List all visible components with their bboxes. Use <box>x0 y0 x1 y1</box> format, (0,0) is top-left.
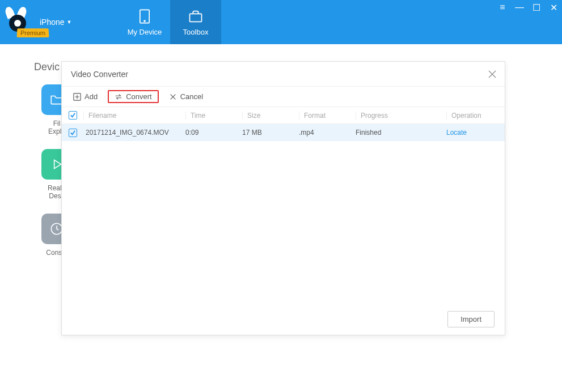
cell-filename: 20171214_IMG_0674.MOV <box>83 129 185 137</box>
tab-toolbox[interactable]: Toolbox <box>170 0 221 44</box>
col-head-size[interactable]: Size <box>242 112 299 120</box>
dialog-toolbar: Add Convert Cancel <box>62 87 505 107</box>
x-icon <box>169 93 177 101</box>
swap-icon <box>115 93 122 101</box>
maximize-button[interactable]: ☐ <box>531 2 542 13</box>
check-icon <box>70 112 76 118</box>
table-header: Filename Time Size Format Progress Opera… <box>62 107 505 124</box>
caret-down-icon: ▼ <box>67 19 72 25</box>
tab-my-device[interactable]: My Device <box>119 0 170 44</box>
cell-format: .mp4 <box>299 129 356 137</box>
col-head-progress[interactable]: Progress <box>356 112 446 120</box>
minimize-button[interactable]: ― <box>514 2 525 13</box>
col-head-format[interactable]: Format <box>299 112 356 120</box>
close-window-button[interactable]: ✕ <box>548 2 559 13</box>
locate-link[interactable]: Locate <box>446 129 467 137</box>
dialog-header: Video Converter <box>62 62 505 87</box>
device-selector[interactable]: iPhone ▼ <box>40 18 72 27</box>
tab-label: My Device <box>128 28 162 36</box>
dialog-close-button[interactable] <box>488 70 497 79</box>
col-head-filename[interactable]: Filename <box>83 112 185 120</box>
app-header: Premium iPhone ▼ My Device Toolbox ≡ ― ☐… <box>0 0 562 44</box>
convert-button[interactable]: Convert <box>108 90 159 103</box>
button-label: Add <box>84 92 98 101</box>
button-label: Convert <box>126 92 152 101</box>
svg-rect-2 <box>190 14 202 22</box>
device-name: iPhone <box>40 18 65 27</box>
menu-icon[interactable]: ≡ <box>497 2 508 13</box>
close-icon <box>488 70 497 79</box>
col-head-time[interactable]: Time <box>185 112 242 120</box>
col-head-operation[interactable]: Operation <box>446 112 505 120</box>
tab-label: Toolbox <box>183 28 209 36</box>
button-label: Cancel <box>180 92 203 101</box>
import-button[interactable]: Import <box>447 311 495 327</box>
select-all-checkbox[interactable] <box>69 111 77 120</box>
cell-time: 0:09 <box>185 129 242 137</box>
premium-badge: Premium <box>17 28 49 37</box>
svg-point-1 <box>144 20 145 22</box>
add-button[interactable]: Add <box>69 91 102 102</box>
dialog-footer: Import <box>62 303 505 335</box>
logo-area: Premium iPhone ▼ <box>0 0 119 44</box>
toolbox-icon <box>188 8 204 24</box>
plus-icon <box>73 93 81 101</box>
window-controls: ≡ ― ☐ ✕ <box>497 2 559 13</box>
cancel-button[interactable]: Cancel <box>164 91 208 102</box>
check-icon <box>70 130 76 136</box>
dialog-title: Video Converter <box>71 70 128 79</box>
video-converter-dialog: Video Converter Add Convert Cancel Filen… <box>61 61 505 335</box>
row-checkbox[interactable] <box>69 129 77 137</box>
cell-progress: Finished <box>356 129 446 137</box>
svg-marker-3 <box>54 160 61 168</box>
tablet-icon <box>137 8 153 24</box>
cell-size: 17 MB <box>242 129 299 137</box>
table-row[interactable]: 20171214_IMG_0674.MOV 0:09 17 MB .mp4 Fi… <box>62 124 505 141</box>
nav-tabs: My Device Toolbox <box>119 0 221 44</box>
